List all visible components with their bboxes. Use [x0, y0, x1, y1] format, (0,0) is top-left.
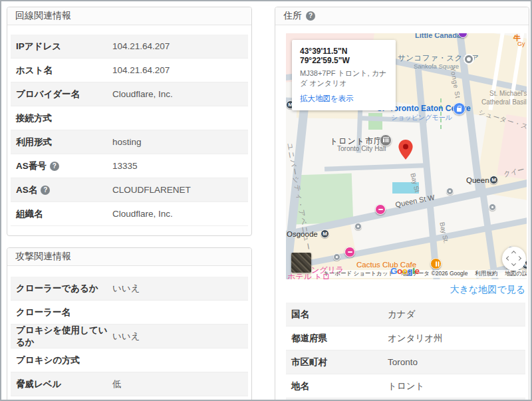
hotel-marker-icon	[375, 204, 386, 215]
attack-info-card: 攻撃関連情報 クローラーであるかいいえクローラー名プロキシを使用しているかいいえ…	[7, 247, 252, 401]
map-info-card: 43°39'11.5"N 79°22'59.5"W MJ38+7PF トロント,…	[292, 40, 396, 110]
map-label-eaton-sub: ショッピングモール	[391, 113, 452, 122]
bed-icon	[378, 209, 383, 211]
road-minor	[325, 163, 426, 171]
satellite-view-thumbnail[interactable]	[291, 253, 311, 273]
row-value: CLOUDFLARENET	[112, 185, 191, 195]
row-value: カナダ	[388, 309, 415, 321]
eaton-shopping-icon	[453, 102, 466, 115]
enlarge-map-link[interactable]: 拡大地図を表示	[300, 94, 388, 104]
coordinates-title: 43°39'11.5"N 79°22'59.5"W	[300, 47, 388, 65]
google-map[interactable]: Little Canada 牛 Gy サンコファ・スクエア Sankofa Sq…	[286, 33, 527, 279]
help-icon[interactable]: ?	[50, 162, 59, 171]
google-logo-letter: e	[415, 266, 420, 276]
plus-code-address: MJ38+7PF トロント, カナダ オンタリオ	[300, 68, 388, 88]
row-label: 接続方式	[16, 112, 112, 124]
table-row: 地名トロント	[286, 374, 525, 398]
address-header: 住所 ?	[275, 7, 529, 25]
row-value: 低	[112, 378, 122, 390]
row-label: ホスト名	[16, 65, 112, 76]
row-label: 国名	[291, 309, 388, 321]
map-label-st-michaels-2: Cathedral Basilica	[481, 98, 527, 106]
attack-info-table: クローラーであるかいいえクローラー名プロキシを使用しているかいいえプロキシの方式…	[7, 266, 251, 401]
row-label: クローラー名	[16, 307, 112, 319]
row-label: 組織名	[16, 208, 112, 220]
row-label: 脅威レベル	[16, 378, 112, 390]
row-value: 13335	[112, 161, 138, 171]
google-logo[interactable]: Google	[390, 265, 420, 277]
pan-down-icon[interactable]	[511, 261, 516, 266]
row-value: 104.21.64.207	[112, 65, 170, 75]
table-row: 市区町村Toronto	[286, 350, 525, 374]
row-label: 市区町村	[291, 356, 388, 368]
map-label-st-michaels: St. Michael's Cathedral Basilica	[481, 89, 527, 106]
bed-icon	[348, 251, 352, 253]
row-label: 利用形式	[16, 136, 112, 148]
table-row: AS名?CLOUDFLARENET	[11, 178, 248, 202]
table-row: 組織名Cloudflare, Inc.	[11, 202, 248, 226]
table-row: プロキシの方式	[11, 348, 248, 372]
lock-icon	[354, 223, 362, 230]
row-value: Cloudflare, Inc.	[112, 209, 173, 219]
row-value: Toronto	[388, 357, 418, 367]
map-pan-control[interactable]	[502, 247, 526, 271]
row-label: IPアドレス	[16, 41, 112, 53]
row-value: いいえ	[112, 331, 140, 342]
attack-info-header: 攻撃関連情報	[7, 248, 251, 266]
row-label: AS番号?	[16, 160, 112, 172]
map-label-osgoode: Osgoode	[287, 230, 318, 238]
building-icon	[383, 138, 389, 142]
table-row: クローラー名	[11, 301, 248, 325]
view-larger-map-link[interactable]: 大きな地図で見る	[450, 284, 525, 295]
row-value: トロント	[388, 380, 424, 392]
row-value: 104.21.64.207	[112, 41, 170, 51]
table-row: クローラーであるかいいえ	[11, 277, 248, 301]
address-title: 住所	[283, 10, 302, 22]
map-park-small	[368, 113, 382, 130]
table-row: ホスト名104.21.64.207	[11, 59, 248, 82]
attack-info-title: 攻撃関連情報	[15, 251, 71, 263]
terms-link[interactable]: 利用規約	[475, 270, 497, 278]
table-row: 都道府県オンタリオ州	[286, 327, 525, 350]
report-map-error-link[interactable]: 地図の誤りを報告する	[505, 270, 527, 278]
address-card: 住所 ?	[275, 7, 529, 401]
map-label-cityhall-en: Toronto City Hall	[337, 145, 386, 152]
red-map-pin-icon	[398, 140, 413, 160]
help-icon[interactable]: ?	[41, 186, 50, 195]
address-body: Little Canada 牛 Gy サンコファ・スクエア Sankofa Sq…	[275, 25, 529, 401]
google-logo-letter: G	[390, 266, 397, 276]
shopping-bag-icon	[457, 108, 462, 112]
address-table: 国名カナダ都道府県オンタリオ州市区町村Toronto地名トロント	[286, 303, 525, 401]
google-logo-letter: o	[402, 266, 408, 276]
row-value: オンタリオ州	[388, 333, 443, 344]
table-row: プロキシを使用しているかいいえ	[11, 325, 248, 348]
line-info-header: 回線関連情報	[7, 7, 251, 25]
row-value: hosting	[112, 137, 142, 147]
row-label: プロバイダー名	[16, 88, 112, 100]
table-row: 脅威レベル低	[11, 372, 248, 396]
sankofa-station-icon	[465, 55, 473, 63]
queen-metro-icon: M	[489, 176, 498, 184]
fork-knife-icon	[436, 261, 437, 267]
pan-up-icon[interactable]	[511, 251, 516, 255]
lock-icon	[446, 188, 454, 195]
lock-icon	[489, 203, 496, 211]
table-row: 国名カナダ	[286, 303, 525, 327]
table-row: AS番号?13335	[11, 154, 248, 178]
hotel-marker-icon	[344, 247, 355, 257]
restaurant-poi-icon	[430, 258, 442, 269]
table-row: プロバイダー名Cloudflare, Inc.	[11, 82, 248, 106]
google-logo-letter: o	[397, 266, 402, 276]
lock-icon	[333, 253, 340, 261]
map-label-little-canada: Little Canada	[415, 33, 461, 39]
table-row: 利用形式hosting	[11, 130, 248, 154]
pan-left-icon[interactable]	[506, 256, 511, 261]
row-label: AS名?	[16, 184, 112, 196]
osgoode-metro-icon: M	[321, 229, 329, 238]
map-label-beef-sub: Gy	[517, 41, 525, 47]
pan-right-icon[interactable]	[517, 256, 521, 261]
help-icon[interactable]: ?	[306, 11, 315, 21]
line-info-table: IPアドレス104.21.64.207ホスト名104.21.64.207プロバイ…	[7, 25, 251, 235]
line-info-title: 回線関連情報	[15, 10, 71, 22]
row-label: 地名	[291, 380, 388, 392]
